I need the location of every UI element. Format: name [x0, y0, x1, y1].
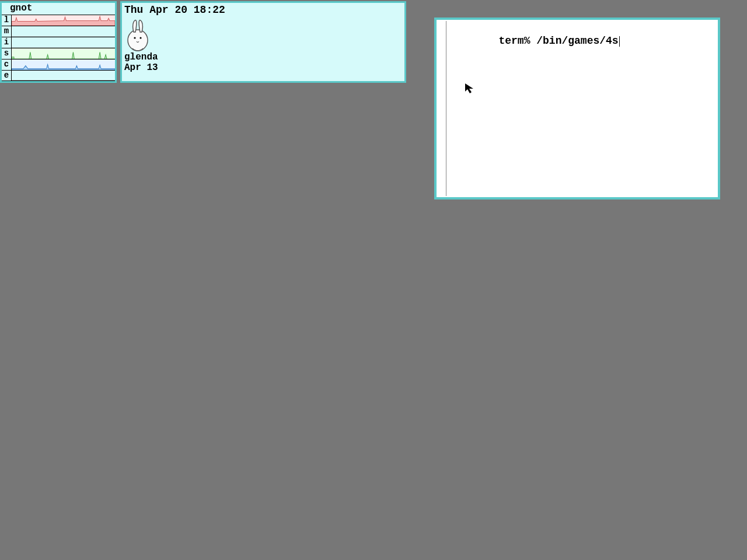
- stats-window[interactable]: gnot lmisce: [0, 1, 117, 83]
- terminal-scrollbar[interactable]: [438, 21, 446, 196]
- terminal-window[interactable]: term% /bin/games/4s: [434, 18, 720, 200]
- stat-row-l: l: [2, 15, 115, 26]
- faces-window[interactable]: Thu Apr 20 18:22 glendaApr 13: [120, 1, 406, 83]
- faces-datetime: Thu Apr 20 18:22: [122, 3, 404, 17]
- face-name: glenda: [124, 52, 158, 62]
- stat-label: i: [2, 37, 12, 48]
- stat-label: e: [2, 71, 12, 80]
- stat-row-s: s: [2, 48, 115, 59]
- stat-label: m: [2, 26, 12, 37]
- terminal-command[interactable]: /bin/games/4s: [536, 35, 618, 47]
- svg-marker-3: [465, 83, 473, 93]
- stat-graph: [12, 26, 115, 37]
- stat-row-m: m: [2, 26, 115, 37]
- svg-point-0: [128, 30, 148, 51]
- stat-row-c: c: [2, 59, 115, 70]
- stat-label: l: [2, 15, 12, 26]
- terminal-prompt: term%: [498, 35, 536, 47]
- glenda-bunny-icon: [124, 17, 151, 52]
- stat-row-i: i: [2, 37, 115, 48]
- face-date: Apr 13: [124, 62, 158, 73]
- stats-rows: lmisce: [2, 15, 115, 81]
- text-cursor-icon: [619, 36, 620, 47]
- face-entry[interactable]: glendaApr 13: [122, 17, 158, 73]
- stat-graph: [12, 71, 115, 80]
- stat-graph: [12, 48, 115, 59]
- desktop-background[interactable]: gnot lmisce Thu Apr 20 18:22 glendaApr 1…: [0, 0, 747, 560]
- stat-row-e: e: [2, 70, 115, 81]
- faces-list: glendaApr 13: [122, 17, 404, 73]
- stat-graph: [12, 15, 115, 26]
- stat-graph: [12, 37, 115, 48]
- stat-label: c: [2, 60, 12, 70]
- svg-point-1: [134, 37, 135, 38]
- stat-label: s: [2, 48, 12, 59]
- mouse-cursor-icon: [465, 83, 476, 94]
- svg-point-2: [139, 37, 141, 38]
- stat-graph: [12, 60, 115, 70]
- terminal-content[interactable]: term% /bin/games/4s: [448, 23, 714, 58]
- stats-window-title: gnot: [2, 3, 115, 15]
